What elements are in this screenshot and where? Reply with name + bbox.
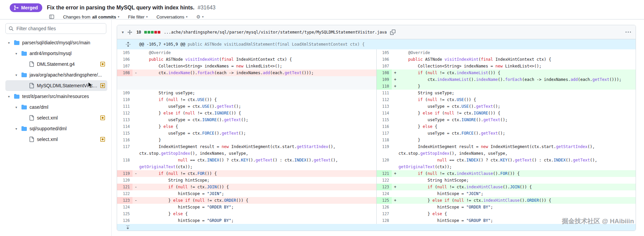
expand-down-row[interactable] (117, 224, 636, 231)
tree-file-dmlstatement.g4[interactable]: DMLStatement.g4 (5, 59, 107, 69)
old-line-number[interactable]: 108 (117, 69, 132, 76)
new-line-number[interactable]: 121 (376, 170, 392, 177)
new-line-number[interactable]: 117 (376, 130, 392, 137)
old-line-number[interactable]: 122 (117, 190, 132, 197)
new-line-number[interactable]: 120 (376, 157, 392, 163)
diff-settings-dropdown[interactable]: ⚙▾ (196, 14, 204, 19)
caret-down-icon: ▾ (202, 15, 204, 18)
old-code-cell: ctx.indexName().forEach(each -> indexNam… (139, 69, 376, 76)
old-line-number[interactable]: 109 (117, 90, 132, 96)
new-line-number[interactable]: 110 (376, 83, 392, 90)
old-line-number[interactable]: 110 (117, 96, 132, 103)
new-code-cell: } (398, 137, 636, 143)
chevron-down-icon[interactable]: ▾ (15, 52, 21, 55)
tree-file-select.xml[interactable]: select.xml (5, 134, 107, 145)
chevron-down-icon[interactable]: ▾ (15, 127, 21, 131)
expand-down-icon[interactable] (125, 225, 130, 230)
hunk-context: public ASTNode visitLoadXmlStatement(fin… (188, 42, 365, 47)
kebab-menu-icon[interactable] (626, 30, 631, 35)
file-filter-box (5, 23, 107, 34)
old-line-number[interactable] (117, 163, 132, 170)
new-line-number[interactable]: 118 (376, 137, 392, 143)
tree-folder-parser-sql-dialect-mysql-src-main[interactable]: ▾parser/sql/dialect/mysql/src/main (5, 37, 107, 48)
chevron-down-icon[interactable]: ▾ (8, 95, 14, 98)
chevron-down-icon[interactable]: ▾ (15, 105, 21, 109)
new-line-number[interactable]: 127 (376, 210, 392, 217)
diff-sign (392, 63, 398, 69)
old-line-number[interactable] (117, 83, 132, 90)
old-line-number[interactable]: 111 (117, 103, 132, 110)
old-line-number[interactable]: 125 (117, 210, 132, 217)
caret-down-icon: ▾ (146, 15, 148, 18)
diff-sign (132, 190, 139, 197)
old-line-number[interactable]: 117 (117, 143, 132, 150)
old-line-number[interactable]: 105 (117, 49, 132, 56)
old-line-number[interactable]: 123 (117, 197, 132, 204)
new-line-number[interactable]: 122 (376, 177, 392, 184)
old-line-number[interactable]: 124 (117, 204, 132, 210)
old-line-number[interactable]: 121 (117, 184, 132, 190)
diff-row: 121- if (null != ctx.JOIN()) {123+ if (n… (117, 184, 636, 190)
tree-folder-java-org-apache-shardingsphere-...[interactable]: ▾java/org/apache/shardingsphere/... (5, 69, 107, 80)
diff-sign: - (132, 184, 139, 190)
diff-sign (392, 177, 398, 184)
new-line-number[interactable]: 126 (376, 204, 392, 210)
new-code-cell: IndexHintSegment result = new IndexHintS… (398, 143, 636, 150)
old-line-number[interactable] (117, 150, 132, 157)
new-line-number[interactable]: 116 (376, 123, 392, 130)
old-line-number[interactable]: 113 (117, 116, 132, 123)
changes-from-dropdown[interactable]: Changes fromall commits▾ (63, 14, 119, 19)
new-line-number[interactable]: 115 (376, 116, 392, 123)
new-line-number[interactable]: 119 (376, 143, 392, 150)
old-line-number[interactable]: 107 (117, 63, 132, 69)
old-line-number[interactable]: 114 (117, 123, 132, 130)
old-line-number[interactable]: 126 (117, 217, 132, 224)
collapse-file-chevron-icon[interactable]: ▾ (122, 30, 124, 35)
old-line-number[interactable]: 116 (117, 137, 132, 143)
new-line-number[interactable]: 111 (376, 90, 392, 96)
caret-down-icon: ▾ (118, 15, 119, 18)
diff-row: 109 String useType;111 String useType; (117, 90, 636, 96)
chevron-down-icon[interactable]: ▾ (15, 73, 21, 77)
new-line-number[interactable]: 124 (376, 190, 392, 197)
new-line-number[interactable] (376, 150, 392, 157)
expand-hunk-icon[interactable] (125, 42, 131, 47)
chevron-down-icon[interactable]: ▾ (8, 41, 14, 45)
tree-folder-test-it-parser-src-main-resources[interactable]: ▾test/it/parser/src/main/resources (5, 91, 107, 102)
tree-folder-sql-supported-dml[interactable]: ▾sql/supported/dml (5, 123, 107, 134)
old-line-number[interactable]: 119 (117, 170, 132, 177)
new-line-number[interactable]: 112 (376, 96, 392, 103)
old-line-number[interactable]: 112 (117, 110, 132, 116)
old-line-number[interactable] (117, 76, 132, 83)
new-line-number[interactable]: 106 (376, 56, 392, 63)
file-tree-toggle-icon[interactable] (49, 14, 54, 19)
new-line-number[interactable] (376, 163, 392, 170)
conversations-dropdown[interactable]: Conversations▾ (156, 14, 187, 19)
new-line-number[interactable]: 114 (376, 110, 392, 116)
tree-item-label: case/dml (30, 104, 48, 110)
file-filter-dropdown[interactable]: File filter▾ (128, 14, 148, 19)
diff-sign (392, 143, 398, 150)
old-line-number[interactable]: 118 (117, 157, 132, 163)
filter-changed-files-input[interactable] (5, 23, 106, 34)
tree-folder-antlr4-imports-mysql[interactable]: ▾antlr4/imports/mysql (5, 48, 107, 59)
new-line-number[interactable]: 108 (376, 69, 392, 76)
old-line-number[interactable]: 120 (117, 177, 132, 184)
new-line-number[interactable]: 107 (376, 63, 392, 69)
old-line-number[interactable]: 115 (117, 130, 132, 137)
new-line-number[interactable]: 105 (376, 49, 392, 56)
new-line-number[interactable]: 109 (376, 76, 392, 83)
diffstat-squares (144, 31, 160, 34)
new-line-number[interactable]: 125 (376, 197, 392, 204)
pr-status-badge[interactable]: Merged (10, 3, 42, 12)
new-line-number[interactable]: 113 (376, 103, 392, 110)
copy-path-icon[interactable] (390, 30, 395, 35)
new-line-number[interactable]: 123 (376, 184, 392, 190)
tree-folder-case-dml[interactable]: ▾case/dml (5, 102, 107, 112)
move-icon[interactable] (127, 30, 132, 35)
new-line-number[interactable]: 128 (376, 217, 392, 224)
diff-sign (132, 123, 139, 130)
diff-row: 123- } else if (null != ctx.ORDER()) {12… (117, 197, 636, 204)
old-line-number[interactable]: 106 (117, 56, 132, 63)
tree-file-select.xml[interactable]: select.xml (5, 112, 107, 123)
